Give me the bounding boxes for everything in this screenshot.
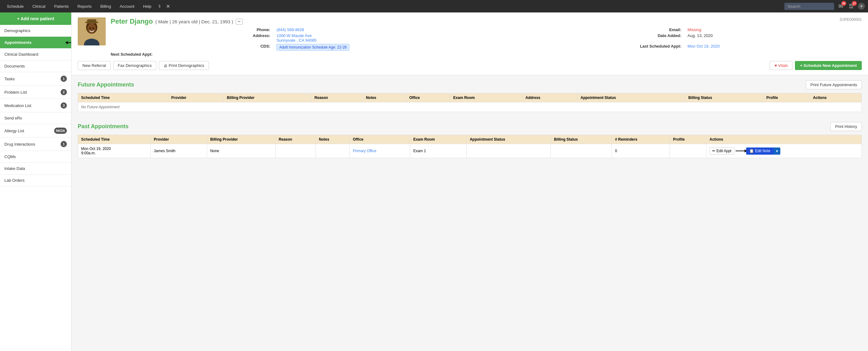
email-label: Email: bbox=[498, 27, 681, 32]
col-reason: Reason bbox=[311, 93, 363, 103]
patient-actions: New Referral Fax Demographics 🖨 Print De… bbox=[78, 61, 862, 70]
nav-billing[interactable]: Billing bbox=[97, 2, 115, 10]
sidebar-label-documents: Documents bbox=[4, 64, 25, 68]
sidebar-item-problem-list[interactable]: Problem List 2 bbox=[0, 86, 71, 99]
email-value: Missing bbox=[688, 27, 862, 32]
row-exam-room: Exam 1 bbox=[410, 144, 466, 158]
print-history-button[interactable]: Print History bbox=[830, 122, 862, 131]
add-patient-button[interactable]: + Add new patient bbox=[0, 12, 71, 25]
office-link[interactable]: Primary Office bbox=[353, 149, 376, 153]
menu-button[interactable]: ☰ 27 bbox=[847, 2, 855, 10]
future-appts-tbody: No Future Appointment bbox=[78, 103, 862, 112]
new-referral-button[interactable]: New Referral bbox=[78, 61, 111, 70]
actions-right: ♥ Vitals + Schedule New Appointment bbox=[770, 61, 862, 70]
last-appt-label: Last Scheduled Appt: bbox=[498, 44, 681, 51]
sidebar-label-clinical: Clinical Dashboard bbox=[4, 52, 38, 57]
col-office: Office bbox=[406, 93, 450, 103]
col-notes: Notes bbox=[363, 93, 406, 103]
close-icon[interactable]: ✕ bbox=[166, 3, 170, 9]
sidebar-item-tasks[interactable]: Tasks 1 bbox=[0, 72, 71, 86]
problem-list-badge: 2 bbox=[61, 89, 67, 95]
row-billing-status bbox=[551, 144, 612, 158]
sidebar-item-demographics[interactable]: Demographics bbox=[0, 25, 71, 37]
no-future-appt-row: No Future Appointment bbox=[78, 103, 862, 112]
row-appt-status bbox=[466, 144, 551, 158]
sidebar-item-clinical-dashboard[interactable]: Clinical Dashboard bbox=[0, 49, 71, 60]
edit-appt-label: Edit Appt bbox=[717, 149, 732, 153]
sidebar-label-lab: Lab Orders bbox=[4, 178, 25, 183]
sidebar-label-demographics: Demographics bbox=[4, 28, 30, 33]
past-col-billing-provider: Billing Provider bbox=[207, 135, 275, 144]
sidebar-item-intake-data[interactable]: Intake Data bbox=[0, 163, 71, 175]
nav-clinical[interactable]: Clinical bbox=[29, 2, 49, 10]
past-col-reason: Reason bbox=[275, 135, 315, 144]
sidebar-item-documents[interactable]: Documents bbox=[0, 60, 71, 72]
print-demographics-button[interactable]: 🖨 Print Demographics bbox=[159, 61, 209, 70]
sidebar-label-allergy: Allergy List bbox=[4, 128, 24, 133]
nav-schedule[interactable]: Schedule bbox=[3, 2, 27, 10]
patient-name-text: Peter Django bbox=[111, 18, 153, 26]
edit-note-dropdown-button[interactable]: ▾ bbox=[774, 147, 780, 155]
mail-button[interactable]: ✉ 30 bbox=[837, 2, 844, 10]
nav-account[interactable]: Account bbox=[116, 2, 138, 10]
edit-note-button[interactable]: 📋 Edit Note bbox=[746, 147, 774, 155]
caduceus-icon: ⚕ bbox=[158, 3, 161, 9]
sidebar-item-appointments[interactable]: Appointments bbox=[0, 37, 71, 49]
sidebar-item-drug-interactions[interactable]: Drug Interactions 1 bbox=[0, 138, 71, 151]
nav-reports[interactable]: Reports bbox=[74, 2, 95, 10]
print-future-appointments-button[interactable]: Print Future Appointments bbox=[806, 80, 862, 89]
past-appointments-section: Past Appointments Print History Schedule… bbox=[71, 117, 868, 163]
edit-note-label: Edit Note bbox=[755, 149, 770, 153]
address-label: Address: bbox=[111, 33, 270, 42]
sidebar-label-tasks: Tasks bbox=[4, 77, 14, 81]
last-appt-value[interactable]: Mon Oct 19, 2020 bbox=[688, 44, 862, 51]
sidebar-item-medication-list[interactable]: Medication List 3 bbox=[0, 99, 71, 112]
sidebar-label-cqms: CQMs bbox=[4, 154, 16, 159]
sidebar-item-allergy-list[interactable]: Allergy List NKDA bbox=[0, 124, 71, 138]
past-col-reminders: # Reminders bbox=[612, 135, 670, 144]
fax-demographics-button[interactable]: Fax Demographics bbox=[113, 61, 156, 70]
col-actions: Actions bbox=[810, 93, 862, 103]
add-button[interactable]: + bbox=[858, 3, 865, 10]
col-exam-room: Exam Room bbox=[450, 93, 522, 103]
sidebar-item-cqms[interactable]: CQMs bbox=[0, 151, 71, 163]
cds-value: Adult Immunization Schedule Age: 22-26 bbox=[276, 44, 492, 51]
edit-patient-button[interactable]: ✏ bbox=[236, 19, 243, 25]
edit-appointment-button[interactable]: ✏ Edit Appt bbox=[709, 147, 734, 155]
row-billing-provider: None bbox=[207, 144, 275, 158]
cds-badge[interactable]: Adult Immunization Schedule Age: 22-26 bbox=[276, 44, 349, 51]
pencil-icon: ✏ bbox=[712, 149, 715, 153]
past-col-profile: Profile bbox=[670, 135, 706, 144]
past-appts-tbody: Mon Oct 19, 2020 9:00a.m. James Smith No… bbox=[78, 144, 862, 158]
col-address: Address bbox=[522, 93, 577, 103]
past-col-scheduled-time: Scheduled Time bbox=[78, 135, 151, 144]
menu-badge: 27 bbox=[852, 1, 857, 6]
row-scheduled-time: Mon Oct 19, 2020 9:00a.m. bbox=[78, 144, 151, 158]
sidebar-item-send-erx[interactable]: Send eRx bbox=[0, 112, 71, 124]
mail-badge: 30 bbox=[841, 1, 846, 6]
patient-header-top: Peter Django ( Male | 26 years old | Dec… bbox=[78, 18, 862, 57]
allergy-badge: NKDA bbox=[54, 127, 67, 134]
patient-header: Peter Django ( Male | 26 years old | Dec… bbox=[71, 12, 868, 75]
phone-label: Phone: bbox=[111, 27, 270, 32]
search-input[interactable] bbox=[784, 3, 834, 10]
future-appts-header: Future Appointments Print Future Appoint… bbox=[78, 80, 862, 89]
nav-help[interactable]: Help bbox=[139, 2, 155, 10]
patient-name-row: Peter Django ( Male | 26 years old | Dec… bbox=[111, 18, 862, 26]
sidebar-item-lab-orders[interactable]: Lab Orders bbox=[0, 175, 71, 186]
table-row: Mon Oct 19, 2020 9:00a.m. James Smith No… bbox=[78, 144, 862, 158]
patient-id: DJPE000001 bbox=[840, 18, 862, 22]
date-added-value: Aug. 13, 2020 bbox=[688, 33, 862, 42]
address-value[interactable]: 1000 W Maude Ave Sunnyvale , CA 94085 bbox=[276, 33, 492, 42]
row-notes bbox=[315, 144, 349, 158]
future-appts-header-row: Scheduled Time Provider Billing Provider… bbox=[78, 93, 862, 103]
row-reminders: 0 bbox=[612, 144, 670, 158]
past-col-exam-room: Exam Room bbox=[410, 135, 466, 144]
cds-label: CDS: bbox=[111, 44, 270, 51]
schedule-new-appointment-button[interactable]: + Schedule New Appointment bbox=[795, 61, 862, 70]
phone-value[interactable]: (844) 569-8628 bbox=[276, 27, 492, 32]
nav-patients[interactable]: Patients bbox=[50, 2, 72, 10]
past-col-notes: Notes bbox=[315, 135, 349, 144]
vitals-button[interactable]: ♥ Vitals bbox=[770, 61, 793, 70]
future-appointments-section: Future Appointments Print Future Appoint… bbox=[71, 75, 868, 117]
